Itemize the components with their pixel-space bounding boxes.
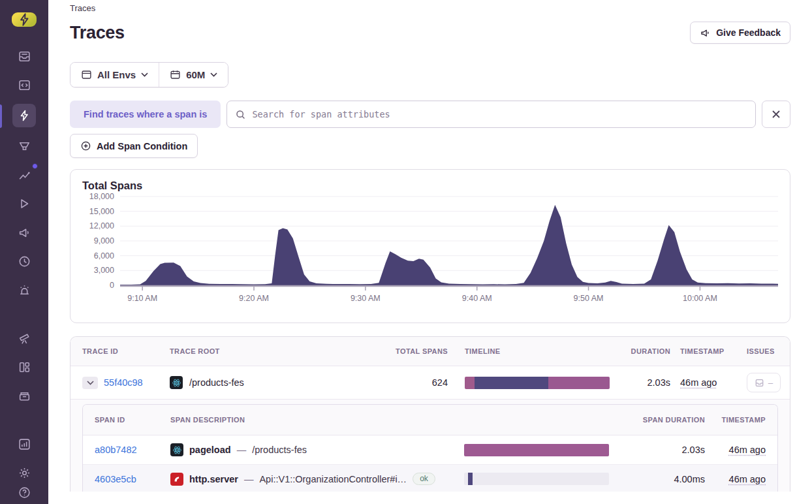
spans-table-header: SPAN ID SPAN DESCRIPTION SPAN DURATION T… — [83, 405, 777, 435]
sidebar-item-alerts[interactable] — [12, 280, 36, 300]
dashboards-icon — [18, 360, 31, 374]
span-duration-bar — [464, 473, 609, 485]
sidebar-item-stats[interactable] — [12, 434, 36, 454]
close-icon — [772, 110, 781, 119]
telescope-icon — [18, 332, 31, 345]
megaphone-icon — [700, 27, 711, 39]
gear-icon — [18, 466, 31, 480]
y-tick-label: 0 — [110, 281, 114, 290]
span-timestamp[interactable]: 46m ago — [729, 474, 766, 484]
total-spans-area-chart — [120, 193, 778, 291]
col-duration: DURATION — [610, 347, 670, 355]
sidebar-item-insights[interactable] — [12, 165, 36, 185]
chart-plot-area[interactable] — [120, 193, 778, 291]
time-range-selector[interactable]: 60M — [159, 63, 228, 87]
span-search-input[interactable] — [252, 109, 747, 119]
filter-button-group: All Envs 60M — [70, 62, 228, 87]
span-row[interactable]: a80b7482 pageload — /products-fes — [83, 435, 777, 464]
give-feedback-button[interactable]: Give Feedback — [690, 22, 790, 44]
profiling-icon — [18, 140, 31, 153]
give-feedback-label: Give Feedback — [716, 27, 781, 38]
issues-icon — [18, 50, 31, 63]
environment-selector[interactable]: All Envs — [70, 63, 159, 87]
clock-icon — [18, 255, 31, 268]
sidebar-footer — [0, 482, 48, 504]
col-trace-id: TRACE ID — [82, 347, 170, 355]
replays-icon — [18, 197, 31, 210]
sidebar-item-help[interactable] — [12, 482, 36, 502]
trace-row[interactable]: 55f40c98 /products-fes 624 2.03s 46m ago — [70, 366, 790, 399]
sidebar-item-crons[interactable] — [12, 251, 36, 271]
sidebar-nav — [0, 46, 48, 482]
calendar-icon — [170, 69, 181, 80]
sidebar-item-releases[interactable] — [12, 386, 36, 405]
explore-icon — [18, 78, 31, 92]
clear-search-button[interactable] — [762, 101, 790, 128]
separator: — — [244, 474, 254, 484]
spans-table: SPAN ID SPAN DESCRIPTION SPAN DURATION T… — [82, 404, 778, 492]
breadcrumb[interactable]: Traces — [70, 0, 95, 13]
trace-duration: 2.03s — [610, 377, 670, 388]
trace-id-link[interactable]: 55f40c98 — [104, 377, 143, 388]
stats-icon — [18, 437, 31, 451]
page-header: Traces Give Feedback — [70, 22, 790, 44]
window-icon — [81, 69, 92, 80]
span-id-link[interactable]: a80b7482 — [95, 445, 137, 455]
traces-icon — [18, 109, 31, 122]
find-traces-label: Find traces where a span is — [70, 101, 221, 128]
span-row[interactable]: 4603e5cb http.server — Api::V1::Organiza… — [83, 464, 777, 492]
siren-icon — [18, 283, 31, 297]
sidebar-item-feedback[interactable] — [12, 223, 36, 242]
insights-notification-dot — [32, 163, 38, 169]
x-tick-label: 10:00 AM — [683, 294, 717, 303]
ruby-platform-icon — [170, 473, 183, 486]
total-spans-chart-panel: Total Spans 03,0006,0009,00012,00015,000… — [70, 169, 790, 323]
collapse-trace-button[interactable] — [82, 377, 98, 389]
megaphone-icon — [18, 226, 31, 240]
trace-issues-count: – — [768, 378, 773, 388]
app-root: Traces Traces Give Feedback All Envs — [0, 0, 812, 504]
trace-issues-button[interactable]: – — [747, 373, 781, 392]
chevron-down-icon — [141, 72, 148, 77]
sidebar-item-dashboards[interactable] — [12, 357, 36, 377]
trace-root-name: /products-fes — [189, 377, 244, 388]
sidebar — [0, 0, 48, 504]
chart-x-axis-labels: 9:10 AM9:20 AM9:30 AM9:40 AM9:50 AM10:00… — [120, 291, 778, 306]
plus-circle-icon — [80, 140, 91, 151]
y-tick-label: 12,000 — [89, 221, 114, 230]
sidebar-item-settings[interactable] — [12, 463, 36, 482]
col-timestamp: TIMESTAMP — [680, 347, 747, 355]
page-title: Traces — [70, 23, 125, 43]
span-id-link[interactable]: 4603e5cb — [95, 474, 136, 484]
span-operation: http.server — [189, 474, 238, 484]
insights-icon — [18, 168, 31, 182]
sidebar-item-explore[interactable] — [12, 75, 36, 95]
separator: — — [237, 445, 247, 455]
environment-selector-label: All Envs — [97, 69, 136, 80]
add-span-condition-button[interactable]: Add Span Condition — [70, 134, 198, 158]
traces-table-header: TRACE ID TRACE ROOT TOTAL SPANS TIMELINE… — [70, 337, 790, 366]
sentry-bolt-icon — [17, 12, 31, 27]
y-tick-label: 3,000 — [94, 266, 114, 275]
x-tick-label: 9:20 AM — [239, 294, 269, 303]
col-span-duration: SPAN DURATION — [609, 416, 705, 424]
y-tick-label: 15,000 — [89, 207, 114, 216]
sidebar-item-discover[interactable] — [12, 328, 36, 348]
col-span-description: SPAN DESCRIPTION — [170, 416, 464, 424]
sidebar-item-profiling[interactable] — [12, 136, 36, 156]
x-tick-label: 9:50 AM — [574, 294, 604, 303]
span-timestamp[interactable]: 46m ago — [729, 445, 766, 455]
sidebar-item-replays[interactable] — [12, 194, 36, 213]
trace-timestamp[interactable]: 46m ago — [680, 377, 717, 388]
traces-table: TRACE ID TRACE ROOT TOTAL SPANS TIMELINE… — [70, 336, 790, 492]
sidebar-item-issues[interactable] — [12, 46, 36, 66]
col-issues: ISSUES — [747, 347, 778, 355]
react-platform-icon — [170, 376, 183, 389]
time-range-selector-label: 60M — [186, 69, 205, 80]
sentry-logo[interactable] — [12, 12, 37, 27]
x-tick-label: 9:30 AM — [351, 294, 381, 303]
react-platform-icon — [170, 443, 183, 456]
sidebar-item-traces[interactable] — [12, 104, 36, 127]
col-span-id: SPAN ID — [95, 416, 170, 424]
col-trace-root: TRACE ROOT — [170, 347, 376, 355]
